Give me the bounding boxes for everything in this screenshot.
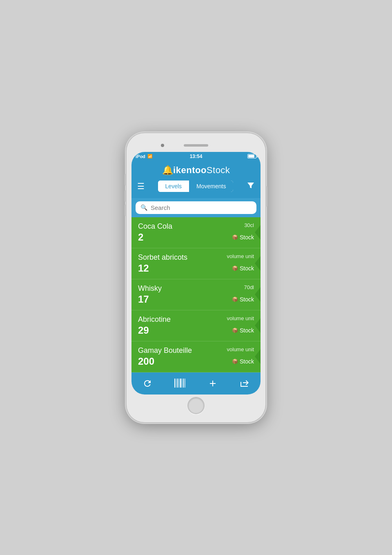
item-unit: volume unit [227, 253, 254, 259]
hamburger-button[interactable]: ☰ [136, 181, 146, 192]
carrier-label: iPod [136, 154, 145, 159]
stock-item-bottom: 200 📦 Stock [138, 356, 254, 367]
svg-rect-7 [185, 379, 185, 388]
item-name: Gamay Bouteille [138, 346, 192, 355]
status-left: iPod 📶 [136, 154, 152, 159]
app-header: 🔔ikentooStock ☰ Levels Movements [131, 161, 261, 198]
item-stock-label: 📦 Stock [232, 234, 254, 241]
share-button[interactable] [235, 377, 254, 390]
filter-icon [247, 181, 255, 189]
share-icon [240, 378, 249, 389]
item-stock-label: 📦 Stock [232, 265, 254, 272]
stock-item[interactable]: Sorbet abricots volume unit 12 📦 Stock [131, 248, 261, 279]
stock-item-bottom: 17 📦 Stock [138, 294, 254, 305]
svg-rect-6 [183, 379, 184, 388]
phone-speaker [184, 144, 208, 147]
stock-item-top: Abricotine volume unit [138, 315, 254, 324]
stock-list: Coca Cola 30cl 2 📦 Stock Sorbet abricots… [131, 217, 261, 372]
logo-brand: ikentoo [173, 165, 207, 175]
stock-box-icon: 📦 [232, 328, 238, 333]
item-unit: 70dl [244, 284, 254, 290]
stock-item-top: Gamay Bouteille volume unit [138, 346, 254, 355]
stock-box-icon: 📦 [232, 296, 238, 302]
stock-box-icon: 📦 [232, 234, 238, 240]
header-controls: ☰ Levels Movements [136, 180, 256, 193]
barcode-button[interactable] [169, 377, 191, 390]
status-bar: iPod 📶 13:54 [131, 152, 261, 161]
svg-rect-5 [182, 379, 183, 388]
phone-device: iPod 📶 13:54 🔔ikentooStock ☰ Levels Move… [127, 133, 265, 422]
stock-item-top: Coca Cola 30cl [138, 222, 254, 231]
stock-box-icon: 📦 [232, 265, 238, 271]
tab-movements[interactable]: Movements [189, 181, 233, 192]
item-name: Sorbet abricots [138, 253, 187, 262]
item-name: Coca Cola [138, 222, 172, 231]
add-button[interactable] [203, 377, 223, 390]
phone-camera [161, 144, 164, 147]
battery-fill [248, 155, 254, 158]
battery-body [247, 154, 256, 158]
item-name: Whisky [138, 284, 162, 293]
stock-item-bottom: 2 📦 Stock [138, 232, 254, 243]
stock-item[interactable]: Abricotine volume unit 29 📦 Stock [131, 310, 261, 341]
item-quantity: 2 [138, 232, 143, 243]
stock-item[interactable]: Whisky 70dl 17 📦 Stock [131, 279, 261, 310]
item-unit: volume unit [227, 315, 254, 321]
filter-button[interactable] [245, 180, 256, 193]
phone-bottom [131, 395, 261, 417]
search-icon: 🔍 [140, 204, 147, 211]
search-input[interactable] [151, 204, 252, 211]
item-stock-label: 📦 Stock [232, 327, 254, 334]
logo-icon: 🔔 [162, 165, 174, 175]
stock-item[interactable]: Gamay Bouteille volume unit 200 📦 Stock [131, 341, 261, 372]
refresh-button[interactable] [138, 377, 157, 390]
item-stock-label: 📦 Stock [232, 296, 254, 303]
app-logo: 🔔ikentooStock [136, 165, 256, 176]
bottom-toolbar [131, 372, 261, 395]
stock-item-top: Sorbet abricots volume unit [138, 253, 254, 262]
search-bar-wrapper: 🔍 [131, 198, 261, 217]
stock-item-top: Whisky 70dl [138, 284, 254, 293]
stock-item-bottom: 29 📦 Stock [138, 325, 254, 336]
stock-item[interactable]: Coca Cola 30cl 2 📦 Stock [131, 217, 261, 248]
item-quantity: 17 [138, 294, 149, 305]
item-unit: 30cl [244, 222, 254, 228]
battery-icon [247, 154, 256, 158]
tab-switcher: Levels Movements [158, 181, 234, 192]
svg-rect-1 [176, 379, 176, 388]
stock-item-bottom: 12 📦 Stock [138, 263, 254, 274]
svg-rect-2 [177, 379, 178, 388]
stock-box-icon: 📦 [232, 359, 238, 364]
item-quantity: 29 [138, 325, 149, 336]
tab-levels[interactable]: Levels [158, 181, 189, 192]
add-icon [208, 379, 218, 388]
svg-rect-4 [180, 379, 181, 388]
logo-product: Stock [207, 165, 230, 175]
svg-rect-0 [174, 379, 175, 388]
phone-screen: iPod 📶 13:54 🔔ikentooStock ☰ Levels Move… [131, 152, 261, 395]
phone-top-bar [131, 139, 261, 152]
wifi-icon: 📶 [147, 154, 152, 158]
status-time: 13:54 [190, 154, 203, 159]
barcode-icon [174, 379, 186, 388]
svg-rect-3 [179, 379, 179, 388]
item-stock-label: 📦 Stock [232, 358, 254, 365]
item-quantity: 200 [138, 356, 154, 367]
item-name: Abricotine [138, 315, 171, 324]
home-button[interactable] [187, 397, 205, 414]
search-bar[interactable]: 🔍 [136, 201, 256, 214]
item-quantity: 12 [138, 263, 149, 274]
item-unit: volume unit [227, 346, 254, 352]
refresh-icon [143, 379, 152, 388]
